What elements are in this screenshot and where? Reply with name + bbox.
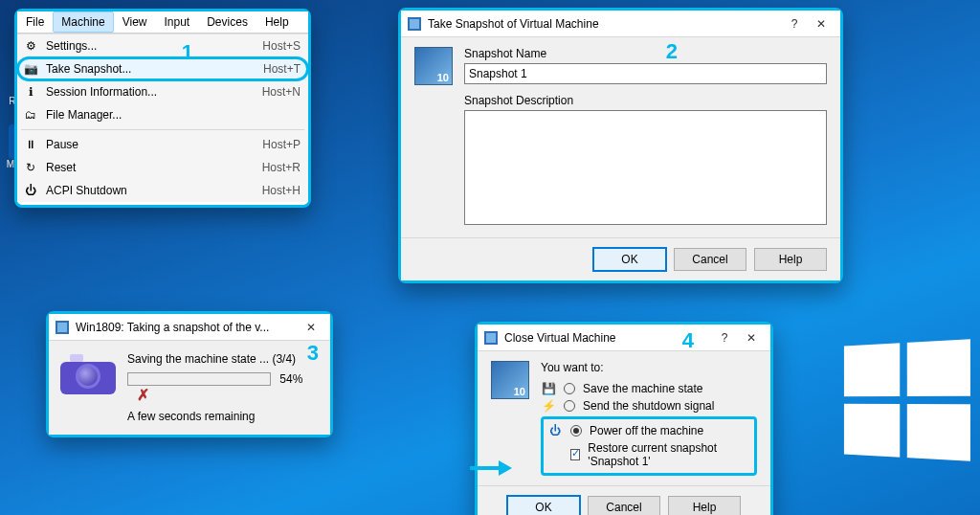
close-button[interactable]: ✕	[738, 325, 765, 351]
menu-separator	[21, 129, 304, 130]
dialog-title: Take Snapshot of Virtual Machine	[428, 17, 781, 31]
menu-item-shortcut: Host+S	[262, 39, 301, 53]
snapshot-desc-label: Snapshot Description	[464, 94, 827, 107]
cancel-button[interactable]: Cancel	[674, 248, 746, 271]
progress-remaining: A few seconds remaining	[127, 410, 319, 423]
ok-button[interactable]: OK	[593, 248, 666, 271]
dialog-button-row: OK Cancel Help	[478, 485, 770, 515]
progress-percent: 54%	[279, 372, 302, 386]
menubar: File Machine View Input Devices Help	[17, 11, 308, 34]
vm-icon	[55, 320, 70, 335]
dialog-title: Close Virtual Machine	[504, 331, 711, 345]
radio-save-state[interactable]	[564, 383, 575, 394]
ok-button[interactable]: OK	[507, 496, 580, 515]
snapshot-icon: 📷	[23, 61, 38, 77]
menu-item-shortcut: Host+H	[262, 184, 301, 197]
power-icon: ⏻	[23, 183, 38, 198]
menu-item-label: ACPI Shutdown	[46, 184, 262, 197]
svg-rect-3	[57, 323, 67, 332]
snapshot-desc-input[interactable]	[464, 110, 827, 225]
save-icon: 💾	[541, 382, 556, 395]
option-label: Save the machine state	[583, 382, 702, 395]
vm-icon	[407, 16, 422, 32]
menu-view[interactable]: View	[114, 11, 156, 33]
vm-icon	[483, 330, 499, 346]
menu-item-label: Take Snapshot...	[46, 62, 263, 76]
annotation-step-2: 2	[666, 39, 678, 64]
menu-item-session-info[interactable]: ℹ Session Information... Host+N	[17, 80, 308, 103]
menu-devices[interactable]: Devices	[198, 11, 256, 33]
vm-large-icon	[491, 361, 529, 399]
close-vm-dialog: 4 Close Virtual Machine ? ✕ You want to:…	[475, 322, 773, 515]
power-off-callout: ⏻ Power off the machine Restore current …	[541, 416, 757, 476]
option-power-off[interactable]: ⏻ Power off the machine	[547, 422, 750, 439]
cancel-progress-button[interactable]: ✗	[137, 387, 149, 403]
menu-machine[interactable]: Machine	[53, 11, 113, 33]
annotation-step-3: 3	[307, 341, 319, 366]
menu-item-label: Reset	[46, 161, 262, 174]
dialog-button-row: OK Cancel Help	[401, 237, 840, 280]
camera-icon	[60, 352, 116, 394]
info-icon: ℹ	[23, 84, 38, 100]
gear-icon: ⚙	[23, 38, 38, 54]
progress-status: Saving the machine state ... (3/4)	[127, 352, 319, 366]
power-icon: ⏻	[547, 424, 563, 437]
help-button[interactable]: Help	[754, 248, 827, 271]
snapshot-name-label: Snapshot Name	[464, 47, 827, 60]
dialog-titlebar: Close Virtual Machine ? ✕	[478, 325, 770, 351]
snapshot-progress-dialog: 3 Win1809: Taking a snapshot of the v...…	[46, 311, 333, 437]
menu-item-file-manager[interactable]: 🗂 File Manager...	[17, 103, 308, 126]
vm-large-icon	[414, 47, 453, 85]
menu-help[interactable]: Help	[256, 11, 298, 33]
help-button[interactable]: ?	[781, 11, 808, 37]
pause-icon: ⏸	[23, 137, 38, 152]
machine-menu-dropdown: ⚙ Settings... Host+S 📷 Take Snapshot... …	[17, 34, 308, 202]
menu-item-shortcut: Host+R	[262, 161, 301, 174]
annotation-step-1: 1	[182, 40, 193, 65]
option-label: Power off the machine	[590, 424, 703, 437]
option-restore-snapshot[interactable]: Restore current snapshot 'Snapshot 1'	[547, 439, 750, 470]
help-button[interactable]: ?	[711, 325, 738, 351]
dialog-title: Win1809: Taking a snapshot of the v...	[76, 321, 298, 334]
svg-rect-5	[486, 333, 496, 343]
menu-item-shortcut: Host+P	[262, 138, 301, 151]
close-button[interactable]: ✕	[808, 11, 835, 37]
option-save-state[interactable]: 💾 Save the machine state	[541, 380, 757, 397]
menu-item-label: Settings...	[46, 39, 262, 53]
shutdown-signal-icon: ⚡	[541, 399, 556, 413]
menu-item-settings[interactable]: ⚙ Settings... Host+S	[17, 34, 308, 57]
dialog-titlebar: Win1809: Taking a snapshot of the v... ✕	[49, 314, 330, 341]
option-send-shutdown[interactable]: ⚡ Send the shutdown signal	[541, 397, 757, 414]
menu-file[interactable]: File	[17, 11, 53, 33]
snapshot-name-input[interactable]	[464, 63, 827, 84]
menu-item-shortcut: Host+N	[262, 85, 301, 99]
take-snapshot-dialog: 2 Take Snapshot of Virtual Machine ? ✕ S…	[398, 8, 843, 283]
menu-item-label: Pause	[46, 138, 262, 151]
close-button[interactable]: ✕	[298, 314, 324, 341]
reset-icon: ↻	[23, 160, 38, 175]
menu-item-take-snapshot[interactable]: 📷 Take Snapshot... Host+T	[17, 57, 308, 80]
dialog-titlebar: Take Snapshot of Virtual Machine ? ✕	[401, 11, 840, 37]
svg-rect-1	[410, 19, 419, 29]
menu-item-reset[interactable]: ↻ Reset Host+R	[17, 156, 308, 179]
checkbox-restore-snapshot[interactable]	[570, 449, 580, 460]
menu-item-pause[interactable]: ⏸ Pause Host+P	[17, 133, 308, 156]
annotation-step-4: 4	[682, 328, 694, 353]
option-label: Restore current snapshot 'Snapshot 1'	[588, 441, 750, 468]
menu-item-shortcut: Host+T	[263, 62, 301, 76]
machine-menu-panel: 1 File Machine View Input Devices Help ⚙…	[14, 9, 311, 208]
radio-power-off[interactable]	[570, 425, 582, 437]
option-label: Send the shutdown signal	[583, 399, 714, 413]
radio-send-shutdown[interactable]	[564, 400, 575, 412]
menu-item-label: File Manager...	[46, 108, 301, 122]
windows-logo	[844, 339, 970, 461]
menu-item-label: Session Information...	[46, 85, 262, 99]
close-prompt: You want to:	[541, 361, 757, 374]
help-button[interactable]: Help	[668, 496, 741, 515]
folder-icon: 🗂	[23, 107, 38, 123]
annotation-arrow	[470, 460, 514, 476]
menu-input[interactable]: Input	[156, 11, 199, 33]
cancel-button[interactable]: Cancel	[588, 496, 660, 515]
progress-bar	[127, 372, 271, 386]
menu-item-acpi-shutdown[interactable]: ⏻ ACPI Shutdown Host+H	[17, 179, 308, 202]
